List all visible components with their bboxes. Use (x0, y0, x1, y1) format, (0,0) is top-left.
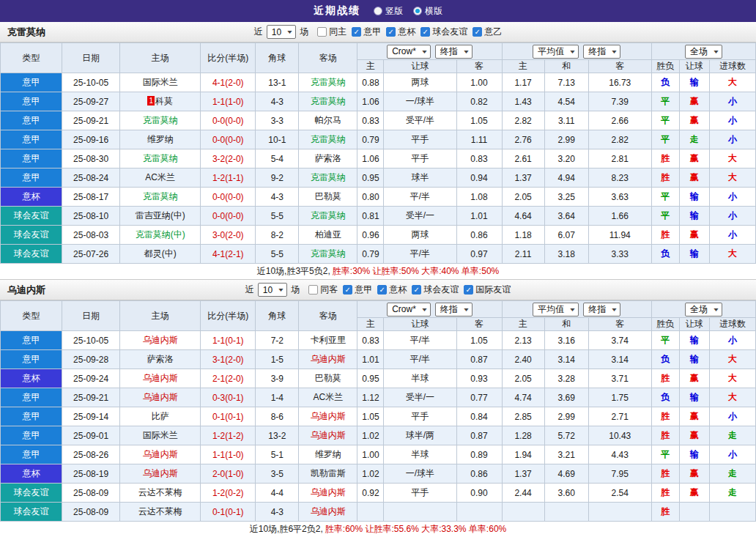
final-index-select[interactable]: 终指▼ (435, 45, 472, 59)
layout-radio[interactable]: 竖版 (374, 5, 403, 18)
score-cell[interactable]: 0-1(0-1) (201, 407, 256, 426)
home-team-cell[interactable]: 克雷莫纳 (120, 149, 201, 168)
home-team-cell[interactable]: 维罗纳 (120, 130, 201, 149)
final-index-select[interactable]: 终指▼ (435, 303, 472, 316)
home-team-cell[interactable]: AC米兰 (120, 168, 201, 188)
home-team-name: 乌迪内斯 (143, 449, 178, 459)
filter-checkbox[interactable]: ✓球会友谊 (412, 284, 459, 296)
bookmaker-select[interactable]: Crow*▼ (387, 303, 431, 316)
away-team-cell[interactable]: 乌迪内斯 (299, 407, 357, 426)
away-team-cell[interactable]: 萨索洛 (299, 149, 357, 168)
away-team-cell[interactable]: 维罗纳 (299, 445, 357, 464)
average-select[interactable]: 平均值▼ (533, 303, 579, 316)
away-team-cell[interactable]: 克雷莫纳 (299, 207, 357, 226)
result-outcome: 胜 (651, 484, 679, 503)
score-cell[interactable]: 0-0(0-0) (201, 111, 256, 130)
home-team-cell[interactable]: 克雷莫纳(中) (120, 226, 201, 245)
away-team-cell[interactable]: 乌迪内斯 (299, 426, 357, 445)
away-team-cell[interactable]: 乌迪内斯 (299, 350, 357, 369)
filter-checkbox[interactable]: ✓意甲 (343, 284, 372, 296)
match-row: 意甲25-09-16维罗纳0-0(0-0)10-1克雷莫纳0.79平手1.112… (1, 130, 756, 149)
home-team-cell[interactable]: 云达不莱梅 (120, 484, 201, 503)
score-cell[interactable]: 3-0(2-0) (201, 226, 256, 245)
home-team-cell[interactable]: 萨索洛 (120, 350, 201, 369)
score-cell[interactable]: 1-2(1-1) (201, 168, 256, 188)
score-cell[interactable]: 1-1(1-0) (201, 92, 256, 111)
bookmaker-select[interactable]: Crow*▼ (387, 45, 431, 59)
away-team-cell[interactable]: 克雷莫纳 (299, 130, 357, 149)
home-team-cell[interactable]: 国际米兰 (120, 73, 201, 92)
score-cell[interactable]: 0-0(0-0) (201, 207, 256, 226)
league-cell: 意甲 (1, 92, 62, 111)
final-index-select[interactable]: 终指▼ (583, 303, 620, 316)
away-team-cell[interactable]: 帕尔马 (299, 111, 357, 130)
away-team-cell[interactable]: 克雷莫纳 (299, 73, 357, 92)
result-outcome: 胜 (651, 464, 679, 484)
radio-icon (374, 7, 382, 15)
home-team-cell[interactable]: 乌迪内斯 (120, 464, 201, 484)
score-cell[interactable]: 1-2(0-2) (201, 484, 256, 503)
home-team-cell[interactable]: 乌迪内斯 (120, 388, 201, 407)
score-cell[interactable]: 2-1(2-0) (201, 369, 256, 388)
away-team-cell[interactable]: 乌迪内斯 (299, 484, 357, 503)
filter-checkbox[interactable]: ✓意杯 (386, 26, 415, 38)
home-team-cell[interactable]: 国际米兰 (120, 426, 201, 445)
score-cell[interactable]: 3-2(2-0) (201, 149, 256, 168)
score-cell[interactable]: 3-1(2-0) (201, 350, 256, 369)
asian-handicap: 受平/半 (384, 111, 456, 130)
team-section-1: 克雷莫纳 近 10▼ 场 同主✓意甲✓意杯✓球会友谊✓意乙 类型 日期 主场 比… (0, 22, 756, 280)
avg-away-odds: 3.14 (588, 350, 651, 369)
result-goals: 大 (709, 168, 755, 188)
fulltime-select[interactable]: 全场▼ (685, 45, 722, 59)
average-select[interactable]: 平均值▼ (533, 45, 579, 59)
result-handicap: 输 (679, 388, 709, 407)
final-index-select[interactable]: 终指▼ (583, 45, 620, 59)
away-team-cell[interactable]: 克雷莫纳 (299, 92, 357, 111)
away-team-cell[interactable]: 卡利亚里 (299, 331, 357, 350)
asian-handicap: 受半/一 (384, 388, 456, 407)
score-cell[interactable]: 1-2(1-2) (201, 426, 256, 445)
score-cell[interactable]: 0-0(0-0) (201, 188, 256, 207)
euro-odds-group: 平均值▼ 终指▼ (502, 43, 651, 60)
home-team-cell[interactable]: 乌迪内斯 (120, 369, 201, 388)
home-team-name: 云达不莱梅 (138, 506, 182, 516)
filter-checkbox[interactable]: 同客 (308, 284, 338, 296)
filter-checkbox[interactable]: ✓意甲 (352, 26, 381, 38)
score-cell[interactable]: 1-1(0-1) (201, 331, 256, 350)
layout-radio[interactable]: 横版 (413, 5, 442, 18)
match-count-select[interactable]: 10▼ (267, 25, 296, 39)
score-cell[interactable]: 4-1(2-1) (201, 245, 256, 264)
home-team-cell[interactable]: 云达不莱梅 (120, 503, 201, 522)
score-cell[interactable]: 0-1(0-1) (201, 503, 256, 522)
avg-home-odds: 1.28 (502, 426, 544, 445)
home-team-cell[interactable]: 乌迪内斯 (120, 445, 201, 464)
filter-checkbox[interactable]: ✓意乙 (472, 26, 502, 38)
fulltime-select[interactable]: 全场▼ (685, 303, 722, 316)
score-cell[interactable]: 0-0(0-0) (201, 130, 256, 149)
away-team-cell[interactable]: 巴勒莫 (299, 369, 357, 388)
league-cell: 意甲 (1, 168, 62, 188)
home-team-cell[interactable]: 比萨 (120, 407, 201, 426)
home-team-cell[interactable]: 1科莫 (120, 92, 201, 111)
home-team-cell[interactable]: 都灵(中) (120, 245, 201, 264)
home-team-cell[interactable]: 雷吉亚纳(中) (120, 207, 201, 226)
score-cell[interactable]: 0-3(0-1) (201, 388, 256, 407)
match-count-select[interactable]: 10▼ (258, 283, 287, 297)
filter-checkbox[interactable]: ✓球会友谊 (420, 26, 467, 38)
away-team-cell[interactable]: 乌迪内斯 (299, 503, 357, 522)
score-cell[interactable]: 2-0(1-0) (201, 464, 256, 484)
score-cell[interactable]: 4-1(2-0) (201, 73, 256, 92)
away-team-cell[interactable]: 柏迪亚 (299, 226, 357, 245)
away-team-cell[interactable]: 克雷莫纳 (299, 245, 357, 264)
away-team-cell[interactable]: 克雷莫纳 (299, 168, 357, 188)
home-team-cell[interactable]: 克雷莫纳 (120, 111, 201, 130)
filter-checkbox[interactable]: ✓意杯 (377, 284, 407, 296)
filter-checkbox[interactable]: 同主 (317, 26, 346, 38)
away-team-cell[interactable]: AC米兰 (299, 388, 357, 407)
filter-checkbox[interactable]: ✓国际友谊 (464, 284, 511, 296)
home-team-cell[interactable]: 乌迪内斯 (120, 331, 201, 350)
away-team-cell[interactable]: 凯勒雷斯 (299, 464, 357, 484)
home-team-cell[interactable]: 克雷莫纳 (120, 188, 201, 207)
away-team-cell[interactable]: 巴勒莫 (299, 188, 357, 207)
score-cell[interactable]: 1-1(1-0) (201, 445, 256, 464)
